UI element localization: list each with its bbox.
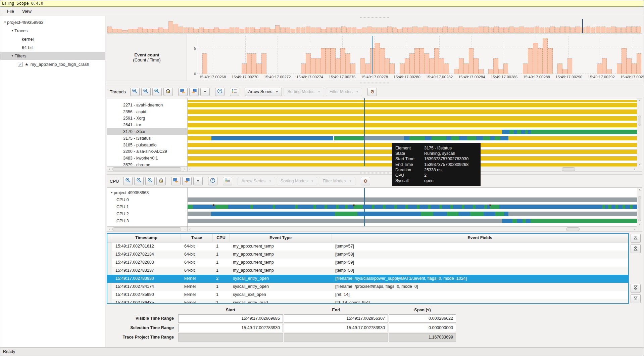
state-segment[interactable] [428,205,431,209]
state-segment[interactable] [502,219,512,223]
list-item-2591-xorg[interactable]: 2591 - Xorg [107,115,187,122]
state-segment[interactable] [470,212,484,216]
scrollbar-thumb[interactable] [566,227,579,231]
list-item-cpu-1[interactable]: CPU 1 [107,203,187,210]
arrow-series-combo[interactable]: Arrow Series▼ [245,88,282,96]
state-segment[interactable] [397,205,405,209]
splitter-top[interactable] [107,16,642,19]
event-row[interactable]: 15:49:17.002783930kernel2syscall_entry_o… [107,275,628,283]
scroll-left-icon[interactable]: ‹ [188,227,192,231]
state-segment[interactable] [467,136,476,140]
scroll-right-icon[interactable]: › [632,227,637,231]
state-segment[interactable] [253,205,273,209]
sidebar-item-filters[interactable]: ▼Filters [0,52,105,60]
state-segment[interactable] [633,205,637,209]
state-segment[interactable] [228,205,251,209]
state-segment[interactable] [405,205,408,209]
state-segment[interactable] [462,205,464,209]
state-segment[interactable] [357,212,421,216]
state-segment[interactable] [447,212,459,216]
home-button[interactable] [163,88,173,96]
cpu-timeline-hscrollbar[interactable]: ‹ › [188,226,637,231]
state-segment[interactable] [495,212,504,216]
scrollbar-thumb[interactable] [638,196,641,221]
sidebar-item-project-499358963[interactable]: ▼project-499358963 [0,18,105,27]
state-segment[interactable] [188,136,211,140]
tree-expander-icon[interactable]: ▼ [110,191,114,194]
scroll-down-icon[interactable]: ∨ [637,162,642,166]
state-segment[interactable] [375,205,383,209]
filter-checkbox[interactable]: ✓ [18,62,23,67]
state-segment[interactable] [618,205,623,209]
state-segment[interactable] [316,205,325,209]
state-segment[interactable] [364,136,404,140]
menu-view[interactable]: View [18,7,36,15]
state-segment[interactable] [327,205,336,209]
list-item-2641-tor[interactable]: 2641 - tor [107,122,187,128]
state-segment[interactable] [386,205,394,209]
state-segment[interactable] [339,205,345,209]
scroll-left-icon[interactable]: ‹ [188,167,192,171]
state-segment[interactable] [473,205,476,209]
state-segment[interactable] [188,109,637,114]
event-row[interactable]: 15:49:17.002784174kernel1syscall_entry_o… [107,283,628,291]
state-segment[interactable] [313,205,316,209]
state-segment[interactable] [215,205,228,209]
state-segment[interactable] [188,116,637,121]
tree-expander-icon[interactable]: ▼ [3,21,7,24]
state-segment[interactable] [432,136,446,140]
state-segment[interactable] [630,205,633,209]
state-segment[interactable] [419,205,428,209]
home-button[interactable] [156,177,166,185]
state-segment[interactable] [602,205,605,209]
column-header-event-type[interactable]: Event Type [230,234,332,242]
legend-button[interactable] [230,88,239,96]
scroll-right-icon[interactable]: › [632,167,637,171]
state-segment[interactable] [525,130,528,134]
splitter-1[interactable] [107,81,642,85]
sidebar-item-64-bit[interactable]: 64-bit [0,43,105,52]
state-segment[interactable] [383,205,386,209]
state-segment[interactable] [211,212,335,216]
scrollbar-thumb[interactable] [112,227,181,231]
scroll-up-icon[interactable]: ∧ [637,188,642,192]
help-button[interactable]: ? [208,177,217,185]
help-button[interactable]: ? [215,88,225,96]
event-count-chart[interactable]: 50 15:49:17.0026815:49:17.0027015:49:17.… [187,34,642,81]
legend-button[interactable] [223,177,232,185]
cpu-tree-hscrollbar[interactable]: ‹ › [107,226,187,231]
column-header-timestamp[interactable]: Timestamp [112,234,181,242]
state-segment[interactable] [394,205,397,209]
state-segment[interactable] [325,205,327,209]
state-segment[interactable] [409,136,425,140]
list-item-3175-i3status[interactable]: 3175 - i3status [107,135,187,142]
star-marker-icon[interactable]: ★ [352,203,355,207]
page-down-button[interactable] [631,284,641,293]
sidebar-item-traces[interactable]: ▼Traces [0,27,105,35]
range-span-field[interactable]: 0.000286622 [389,314,456,323]
state-segment[interactable] [495,136,500,140]
state-segment[interactable] [188,212,211,216]
state-segment[interactable] [334,136,364,140]
range-end-field[interactable]: 15:49:17.002956307 [284,314,388,323]
state-segment[interactable] [273,205,275,209]
scrollbar-thumb[interactable] [638,116,641,126]
state-segment[interactable] [490,136,494,140]
scroll-right-icon[interactable]: › [183,167,187,171]
scrollbar-thumb[interactable] [562,167,575,171]
state-segment[interactable] [433,212,447,216]
scroll-down-icon[interactable]: ∨ [637,222,642,226]
star-marker-icon[interactable]: ★ [489,203,492,207]
event-row[interactable]: 15:49:17.00278268364-bit1my_app:current_… [107,259,628,267]
zoom-out-button[interactable] [141,88,151,96]
state-segment[interactable] [623,205,625,209]
state-segment[interactable] [500,136,508,140]
zoom-selection-button[interactable] [145,177,155,185]
range-start-field[interactable]: 15:49:17.002669685 [178,314,283,323]
state-segment[interactable] [188,197,637,202]
state-segment[interactable] [512,219,517,223]
list-item-cpu-3[interactable]: CPU 3 [107,217,187,224]
state-segment[interactable] [514,130,517,134]
splitter-2[interactable] [107,172,642,174]
state-segment[interactable] [188,219,502,223]
